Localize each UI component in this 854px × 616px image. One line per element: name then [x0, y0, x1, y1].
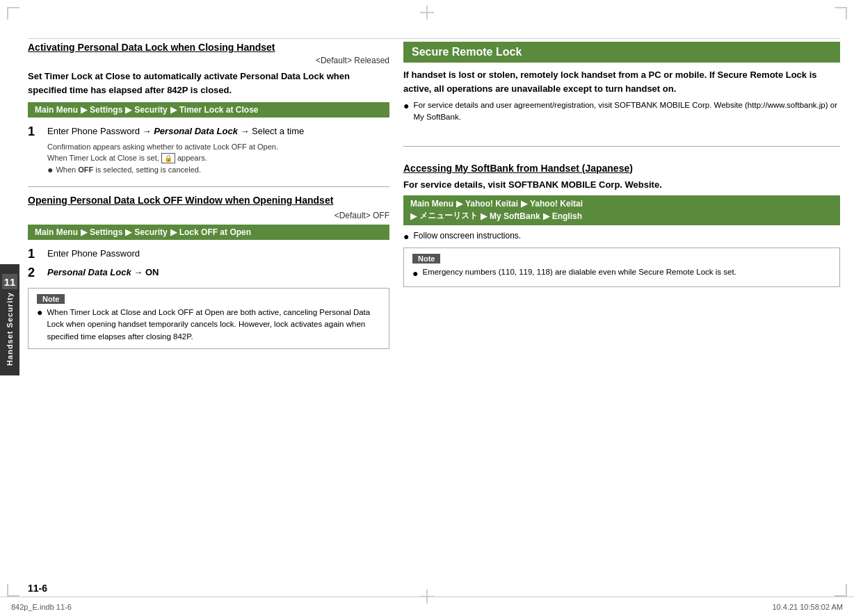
section1-default: <Default> Released [28, 56, 389, 65]
note-label-left: Note [37, 294, 65, 304]
chapter-title: Handset Security [6, 292, 14, 366]
for-service: For service details, visit SOFTBANK MOBI… [403, 179, 840, 190]
footer-left: 842p_E.indb 11-6 [11, 603, 72, 611]
accessing-section: Accessing My SoftBank from Handset (Japa… [403, 162, 840, 288]
note-label-right: Note [412, 254, 440, 264]
step2-opening-content: Personal Data Lock → ON [47, 266, 389, 279]
subnote-line2: When Timer Lock at Close is set, 🔒 appea… [47, 152, 389, 164]
nav-yahoo-keitai-2: Yahoo! Keitai [530, 199, 583, 209]
nav-row-2: ▶ メニューリスト ▶ My SoftBank ▶ English [410, 210, 833, 222]
follow-content: Follow onscreen instructions. [413, 231, 521, 241]
chapter-tab: 11 Handset Security [0, 264, 19, 375]
section2-title: Opening Personal Data Lock OFF Window wh… [28, 194, 389, 208]
subnote-line1: Confirmation appears asking whether to a… [47, 141, 389, 153]
accessing-title: Accessing My SoftBank from Handset (Japa… [403, 162, 840, 176]
note-bullet-dot-right: ● [412, 266, 418, 281]
header-divider [28, 38, 840, 39]
note-content-right: Emergency numbers (110, 119, 118) are di… [422, 266, 736, 281]
nav-security-2: Security [134, 227, 167, 237]
step1-opening-num: 1 [28, 247, 42, 262]
nav-arrow-1a: ▶ [81, 105, 87, 115]
nav-arrow-r2b: ▶ [481, 211, 487, 221]
secure-remote-section: Secure Remote Lock If handset is lost or… [403, 42, 840, 131]
nav-settings-2: Settings [90, 227, 122, 237]
nav-arrow-1b: ▶ [125, 105, 131, 115]
step1-num: 1 [28, 124, 42, 140]
nav-row-1: Main Menu ▶ Yahoo! Keitai ▶ Yahoo! Keita… [410, 199, 833, 209]
corner-mark-tr [835, 7, 847, 19]
step1-before: Enter Phone Password → [47, 126, 154, 136]
nav-arrow-r2a: ▶ [410, 211, 417, 221]
nav-menu-list: メニューリスト [419, 210, 478, 222]
note-content-left: When Timer Lock at Close and Lock OFF at… [47, 307, 380, 343]
secure-desc: If handset is lost or stolen, remotely l… [403, 68, 840, 95]
nav-my-softbank: My SoftBank [490, 211, 540, 221]
footer-right: 10.4.21 10:58:02 AM [772, 603, 843, 611]
nav-arrow-1c: ▶ [170, 105, 177, 115]
note-box-left: Note ● When Timer Lock at Close and Lock… [28, 288, 389, 349]
follow-bullet-dot: ● [403, 231, 409, 242]
note-box-right: Note ● Emergency numbers (110, 119, 118)… [403, 248, 840, 287]
section1-title: Activating Personal Data Lock when Closi… [28, 42, 389, 53]
right-column: Secure Remote Lock If handset is lost or… [403, 42, 840, 588]
bullet-dot-1: ● [47, 164, 53, 176]
step2-italic: Personal Data Lock [47, 267, 131, 277]
chapter-number: 11 [2, 274, 17, 289]
nav-english: English [552, 211, 582, 221]
step1-opening-text: Enter Phone Password [47, 247, 389, 261]
follow-text: ● Follow onscreen instructions. [403, 231, 840, 242]
subnote-bullet: ● When OFF is selected, setting is cance… [47, 164, 389, 176]
step1-opening-content: Enter Phone Password [47, 247, 389, 261]
nav-main-menu-1: Main Menu [35, 105, 78, 115]
section-opening: Opening Personal Data Lock OFF Window wh… [28, 194, 389, 349]
section2-default: <Default> OFF [28, 211, 389, 220]
step2-opening-text: Personal Data Lock → ON [47, 266, 389, 279]
nav-bar-1: Main Menu ▶ Settings ▶ Security ▶ Timer … [28, 102, 389, 117]
secure-bullet-dot: ● [403, 99, 409, 112]
corner-mark-bl [7, 584, 19, 597]
subnote-bullet-text: When OFF is selected, setting is cancele… [56, 164, 201, 176]
page-number: 11-6 [28, 583, 47, 594]
note-text-left: ● When Timer Lock at Close and Lock OFF … [37, 307, 380, 343]
nav-main-menu-2: Main Menu [35, 227, 78, 237]
section-divider-right [403, 146, 840, 147]
note-bullet-dot: ● [37, 307, 42, 343]
step1-text: Enter Phone Password → Personal Data Loc… [47, 124, 389, 138]
nav-bar-right: Main Menu ▶ Yahoo! Keitai ▶ Yahoo! Keita… [403, 195, 840, 225]
step2-opening-num: 2 [28, 266, 42, 281]
top-center-cross [419, 4, 435, 21]
lock-icon-inline: 🔒 [161, 153, 175, 163]
step1-after: → Select a time [238, 126, 304, 136]
nav-bar-2: Main Menu ▶ Settings ▶ Security ▶ Lock O… [28, 225, 389, 240]
nav-arrow-2c: ▶ [170, 227, 177, 237]
step2-after: → ON [134, 267, 159, 277]
nav-arrow-r2c: ▶ [543, 211, 549, 221]
note-text-right: ● Emergency numbers (110, 119, 118) are … [412, 266, 831, 281]
secure-bullet-text: For service details and user agreement/r… [413, 99, 840, 124]
nav-arrow-2b: ▶ [125, 227, 131, 237]
bottom-bar: 842p_E.indb 11-6 10.4.21 10:58:02 AM [0, 597, 854, 616]
nav-lock-off: Lock OFF at Open [179, 227, 251, 237]
step1-subnotes: Confirmation appears asking whether to a… [47, 141, 389, 176]
secure-header: Secure Remote Lock [403, 42, 840, 63]
section-activating: Activating Personal Data Lock when Closi… [28, 42, 389, 179]
nav-arrow-r1a: ▶ [456, 199, 462, 209]
nav-arrow-r1b: ▶ [521, 199, 527, 209]
corner-mark-tl [7, 7, 19, 19]
step1-activating: 1 Enter Phone Password → Personal Data L… [28, 124, 389, 175]
step1-content: Enter Phone Password → Personal Data Loc… [47, 124, 389, 175]
nav-settings-1: Settings [90, 105, 122, 115]
nav-timer-lock: Timer Lock at Close [179, 105, 259, 115]
step1-italic: Personal Data Lock [154, 126, 238, 136]
main-content: Activating Personal Data Lock when Closi… [28, 42, 840, 588]
step1-opening: 1 Enter Phone Password [28, 247, 389, 262]
section1-desc: Set Timer Lock at Close to automatically… [28, 70, 389, 97]
note-bullet-right: ● Emergency numbers (110, 119, 118) are … [412, 266, 831, 281]
nav-security-1: Security [134, 105, 167, 115]
section-divider-1 [28, 186, 389, 187]
nav-main-menu-right: Main Menu [410, 199, 453, 209]
secure-bullet-note: ● For service details and user agreement… [403, 99, 840, 124]
nav-yahoo-keitai-1: Yahoo! Keitai [465, 199, 518, 209]
nav-arrow-2a: ▶ [81, 227, 87, 237]
note-bullet-left: ● When Timer Lock at Close and Lock OFF … [37, 307, 380, 343]
